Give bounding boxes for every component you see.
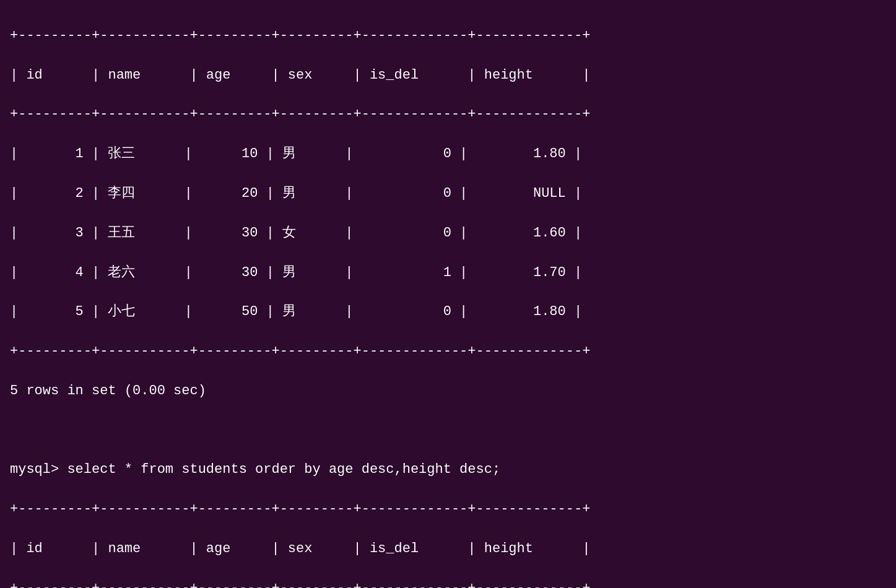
table1-rowcount: 5 rows in set (0.00 sec) bbox=[10, 381, 886, 401]
table1-row-4: | 4 | 老六 | 30 | 男 | 1 | 1.70 | bbox=[10, 263, 886, 283]
command-line: mysql> select * from students order by a… bbox=[10, 460, 886, 480]
terminal: +---------+-----------+---------+-------… bbox=[10, 6, 886, 588]
table1-row-3: | 3 | 王五 | 30 | 女 | 0 | 1.60 | bbox=[10, 223, 886, 243]
table1-row-2: | 2 | 李四 | 20 | 男 | 0 | NULL | bbox=[10, 184, 886, 204]
table1-sep-mid: +---------+-----------+---------+-------… bbox=[10, 105, 886, 124]
table1-row-1: | 1 | 张三 | 10 | 男 | 0 | 1.80 | bbox=[10, 144, 886, 164]
table1-header: | id | name | age | sex | is_del | heigh… bbox=[10, 66, 886, 85]
table1-row-5: | 5 | 小七 | 50 | 男 | 0 | 1.80 | bbox=[10, 302, 886, 322]
table2-sep-top: +---------+-----------+---------+-------… bbox=[10, 499, 886, 519]
table2-header: | id | name | age | sex | is_del | heigh… bbox=[10, 539, 886, 559]
table2-sep-mid: +---------+-----------+---------+-------… bbox=[10, 579, 886, 588]
table1-sep-top: +---------+-----------+---------+-------… bbox=[10, 26, 886, 46]
table1-sep-bottom: +---------+-----------+---------+-------… bbox=[10, 342, 886, 361]
